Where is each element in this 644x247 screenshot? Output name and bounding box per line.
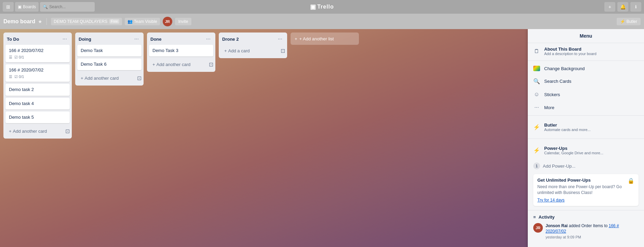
list-cards-done: Demo Task 3 ✏ bbox=[147, 45, 215, 58]
butler-content: Butler Automate cards and more... bbox=[544, 122, 591, 132]
notification-button[interactable]: 🔔 bbox=[617, 2, 628, 12]
add-card-label-done: Add another card bbox=[157, 62, 191, 67]
butler-board-button[interactable]: ⚡ Butler bbox=[617, 18, 641, 25]
menu-powerups[interactable]: ⚡ Power-Ups Calendar, Google Drive and m… bbox=[533, 144, 639, 157]
list-title-todo: To Do bbox=[7, 37, 61, 42]
free-badge: Free bbox=[109, 19, 119, 24]
divider-3 bbox=[528, 139, 644, 139]
invite-button[interactable]: Invite bbox=[175, 18, 192, 25]
card-c2[interactable]: 166 # 2020/07/02 ☰ ☑ 0/1 ✏ bbox=[5, 64, 70, 82]
card-c3[interactable]: Demo task 2 ✏ bbox=[5, 84, 70, 95]
list-header-doing: Doing ··· bbox=[75, 32, 144, 45]
about-board-label: About This Board bbox=[544, 47, 596, 52]
topbar-left: ⊞ ▣ Boards 🔍 bbox=[3, 2, 95, 12]
about-board-desc: Add a description to your board bbox=[544, 52, 596, 56]
visibility-button[interactable]: 👥 Team Visible bbox=[125, 18, 160, 25]
activity-item-0: JR Jonson Rai added Order Items to 166 #… bbox=[528, 221, 644, 242]
info-button[interactable]: ℹ bbox=[630, 2, 641, 12]
unlimited-title: Get Unlimited Power-Ups bbox=[537, 178, 634, 183]
list-doing: Doing ··· Demo Task ✏ Demo Task 6 ✏ + Ad… bbox=[75, 32, 144, 86]
more-label: More bbox=[544, 105, 554, 110]
topbar-right: + 🔔 ℹ bbox=[604, 2, 641, 12]
more-icon: ··· bbox=[533, 104, 540, 110]
add-card-doing[interactable]: + Add another card bbox=[77, 74, 122, 83]
card-c4[interactable]: Demo task 4 ✏ bbox=[5, 98, 70, 109]
logo-icon: ▣ bbox=[310, 3, 316, 11]
home-button[interactable]: ⊞ bbox=[3, 2, 14, 12]
board-area: To Do ··· 166 # 2020/07/02 ☰ ☑ 0/1 ✏ 166… bbox=[0, 29, 644, 247]
card-c1[interactable]: 166 # 2020/07/02 ☰ ☑ 0/1 ✏ bbox=[5, 45, 70, 62]
add-card-area-drone2: + Add a card ⊡ bbox=[219, 45, 287, 58]
divider-4 bbox=[528, 210, 644, 210]
template-icon-done[interactable]: ⊡ bbox=[209, 61, 213, 68]
activity-title: ≡ Activity bbox=[533, 214, 639, 220]
star-icon[interactable]: ★ bbox=[38, 19, 42, 24]
list-title-done: Done bbox=[150, 37, 205, 42]
menu-header: Menu bbox=[528, 29, 644, 43]
list-done: Done ··· Demo Task 3 ✏ + Add another car… bbox=[147, 32, 215, 72]
activity-label: Activity bbox=[539, 214, 555, 220]
add-powerup-label: Add Power-Up... bbox=[543, 164, 575, 169]
menu-change-bg[interactable]: Change Background bbox=[528, 62, 644, 75]
list-header-drone2: Drone 2 ··· bbox=[219, 32, 287, 45]
add-card-done[interactable]: + Add another card bbox=[149, 60, 194, 69]
activity-user-0: Jonson Rai bbox=[546, 223, 568, 228]
activity-avatar-0: JR bbox=[533, 223, 543, 233]
description-icon-2: ☰ bbox=[9, 75, 12, 79]
template-icon-doing[interactable]: ⊡ bbox=[137, 75, 142, 81]
search-cards-label: Search Cards bbox=[544, 79, 571, 84]
list-cards-doing: Demo Task ✏ Demo Task 6 ✏ bbox=[75, 45, 144, 72]
logo-text: Trello bbox=[317, 4, 334, 10]
list-menu-todo[interactable]: ··· bbox=[61, 35, 68, 43]
team-badge[interactable]: DEMO TEAM QUADLAYERS Free bbox=[51, 18, 122, 25]
list-header-todo: To Do ··· bbox=[3, 32, 72, 45]
change-bg-label: Change Background bbox=[544, 66, 585, 71]
team-name: DEMO TEAM QUADLAYERS bbox=[54, 19, 107, 24]
card-c7[interactable]: Demo Task 6 ✏ bbox=[77, 58, 142, 70]
menu-search-cards[interactable]: 🔍 Search Cards bbox=[528, 75, 644, 88]
add-card-todo[interactable]: + Add another card bbox=[5, 127, 50, 136]
menu-stickers[interactable]: ☺ Stickers bbox=[528, 88, 644, 101]
divider-2 bbox=[528, 115, 644, 116]
menu-about-board[interactable]: 🗒 About This Board Add a description to … bbox=[528, 43, 644, 59]
about-board-icon: 🗒 bbox=[533, 48, 540, 54]
butler-section: ⚡ Butler Automate cards and more... bbox=[528, 117, 644, 137]
powerups-label: Power-Ups bbox=[544, 146, 603, 151]
card-c5[interactable]: Demo task 5 ✏ bbox=[5, 112, 70, 123]
card-c8[interactable]: Demo Task 3 ✏ bbox=[149, 45, 213, 56]
menu-butler[interactable]: ⚡ Butler Automate cards and more... bbox=[533, 120, 639, 134]
stickers-label: Stickers bbox=[544, 92, 560, 97]
try-link[interactable]: Try for 14 days bbox=[537, 198, 634, 203]
list-menu-done[interactable]: ··· bbox=[205, 35, 212, 43]
add-card-label-todo: Add another card bbox=[13, 129, 47, 134]
list-title-doing: Doing bbox=[79, 37, 133, 42]
search-bar[interactable]: 🔍 bbox=[40, 2, 95, 12]
butler-icon: ⚡ bbox=[620, 19, 625, 24]
activity-time-0: yesterday at 9:09 PM bbox=[546, 235, 639, 239]
add-card-icon-doing: + bbox=[81, 76, 83, 81]
checklist-icon: ☑ 0/1 bbox=[14, 55, 24, 60]
powerups-content: Power-Ups Calendar, Google Drive and mor… bbox=[544, 146, 603, 155]
list-menu-drone2[interactable]: ··· bbox=[277, 35, 284, 43]
add-list-button[interactable]: + + Add another list bbox=[291, 32, 359, 45]
list-header-done: Done ··· bbox=[147, 32, 215, 45]
add-powerup-row[interactable]: 1 Add Power-Up... bbox=[528, 160, 644, 171]
boards-button[interactable]: ▣ Boards bbox=[15, 2, 39, 12]
add-card-drone2[interactable]: + Add a card bbox=[221, 46, 253, 55]
card-c6[interactable]: Demo Task ✏ bbox=[77, 45, 142, 56]
template-icon-drone2[interactable]: ⊡ bbox=[281, 48, 285, 54]
boardbar: Demo board ★ DEMO TEAM QUADLAYERS Free 👥… bbox=[0, 14, 644, 29]
add-button[interactable]: + bbox=[604, 2, 615, 12]
list-menu-doing[interactable]: ··· bbox=[133, 35, 140, 43]
add-list-icon: + bbox=[295, 36, 297, 41]
powerups-section: ⚡ Power-Ups Calendar, Google Drive and m… bbox=[528, 140, 644, 160]
menu-title: Menu bbox=[580, 33, 592, 39]
board-title[interactable]: Demo board bbox=[3, 18, 35, 25]
avatar[interactable]: JR bbox=[163, 17, 172, 26]
topbar-logo: ▣ Trello bbox=[310, 3, 334, 11]
template-icon-todo[interactable]: ⊡ bbox=[65, 128, 70, 134]
search-input[interactable] bbox=[49, 4, 92, 9]
powerups-icon: ⚡ bbox=[533, 147, 540, 154]
list-cards-todo: 166 # 2020/07/02 ☰ ☑ 0/1 ✏ 166 # 2020/07… bbox=[3, 45, 72, 125]
menu-more[interactable]: ··· More bbox=[528, 101, 644, 114]
